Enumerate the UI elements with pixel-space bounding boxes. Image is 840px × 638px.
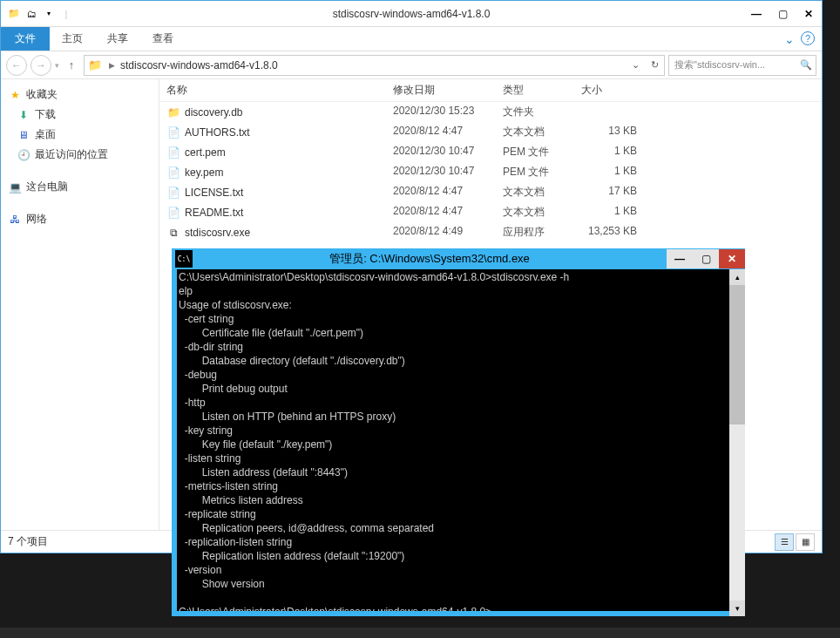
folder-icon: 📁 [6,6,22,22]
recent-icon: 🕘 [17,148,30,162]
cmd-window: C:\ 管理员: C:\Windows\System32\cmd.exe — ▢… [172,248,745,616]
search-icon[interactable]: 🔍 [796,59,816,71]
nav-favorites[interactable]: ★收藏夹 [1,85,159,105]
window-title: stdiscosrv-windows-amd64-v1.8.0 [79,8,743,20]
file-row[interactable]: 📄cert.pem2020/12/30 10:47PEM 文件1 KB [159,142,822,162]
nav-downloads[interactable]: ⬇下载 [1,105,159,125]
cmd-output[interactable]: C:\Users\Administrator\Desktop\stdiscosr… [177,269,740,611]
file-row[interactable]: ⧉stdiscosrv.exe2020/8/12 4:49应用程序13,253 … [159,222,822,242]
maximize-button[interactable]: ▢ [769,2,796,26]
col-type[interactable]: 类型 [496,79,574,101]
view-details-button[interactable]: ☰ [775,533,794,551]
file-date: 2020/12/30 15:23 [386,103,496,121]
file-date: 2020/8/12 4:47 [386,123,496,141]
file-date: 2020/8/12 4:49 [386,223,496,241]
computer-icon: 💻 [8,180,22,194]
scroll-thumb[interactable] [729,285,745,424]
file-type: 文件夹 [496,103,574,121]
search-input[interactable]: 搜索"stdiscosrv-win... 🔍 [668,55,816,76]
nav-label: 网络 [26,212,47,227]
file-size: 1 KB [574,163,644,181]
nav-pane: ★收藏夹 ⬇下载 🖥桌面 🕘最近访问的位置 💻这台电脑 🖧网络 [1,79,159,530]
breadcrumb[interactable]: stdiscosrv-windows-amd64-v1.8.0 [117,59,281,71]
explorer-titlebar[interactable]: 📁 🗂 ▾ | stdiscosrv-windows-amd64-v1.8.0 … [1,1,822,27]
search-placeholder: 搜索"stdiscosrv-win... [669,58,796,71]
cmd-titlebar[interactable]: C:\ 管理员: C:\Windows\System32\cmd.exe — ▢… [172,248,745,269]
file-row[interactable]: 📄LICENSE.txt2020/8/12 4:47文本文档17 KB [159,182,822,202]
folder-icon: 📁 [88,58,104,71]
taskbar[interactable] [0,628,840,638]
minimize-button[interactable]: — [743,2,769,26]
file-icon: 📄 [166,146,180,160]
file-date: 2020/12/30 10:47 [386,143,496,161]
file-type: 应用程序 [496,223,574,241]
help-icon[interactable]: ? [801,31,815,45]
ribbon: 文件 主页 共享 查看 ⌄ ? [1,27,822,51]
file-size [574,103,644,121]
col-date[interactable]: 修改日期 [386,79,496,101]
file-icon: 📄 [166,186,180,200]
file-icon: 📄 [166,126,180,139]
file-size: 13,253 KB [574,223,644,241]
chevron-right-icon[interactable]: ▶ [107,61,117,70]
file-row[interactable]: 📁discovery.db2020/12/30 15:23文件夹 [159,102,822,122]
divider: | [58,6,74,22]
close-button[interactable]: ✕ [796,2,822,26]
nav-network[interactable]: 🖧网络 [1,209,159,229]
star-icon: ★ [8,88,22,102]
new-folder-icon[interactable]: 🗂 [24,6,39,22]
file-row[interactable]: 📄key.pem2020/12/30 10:47PEM 文件1 KB [159,162,822,182]
file-name: cert.pem [185,146,226,159]
expand-ribbon-icon[interactable]: ⌄ [778,27,801,51]
scroll-down-icon[interactable]: ▾ [729,601,745,616]
file-name: README.txt [185,207,243,219]
back-button[interactable]: ← [6,55,27,76]
nav-desktop[interactable]: 🖥桌面 [1,125,159,145]
file-size: 1 KB [574,143,644,161]
nav-label: 这台电脑 [26,180,68,194]
forward-button[interactable]: → [30,55,51,76]
tab-view[interactable]: 查看 [140,27,186,51]
nav-label: 下载 [35,107,56,122]
file-name: key.pem [185,166,223,179]
cmd-minimize-button[interactable]: — [667,249,693,268]
dropdown-icon[interactable]: ⌄ [626,56,645,75]
status-text: 7 个项目 [8,534,48,549]
file-icon: 📄 [166,206,180,220]
nav-recent[interactable]: 🕘最近访问的位置 [1,145,159,165]
nav-label: 最近访问的位置 [35,147,108,162]
file-size: 13 KB [574,123,644,141]
file-icon: 📄 [166,166,180,180]
tab-share[interactable]: 共享 [95,27,140,51]
col-size[interactable]: 大小 [574,79,644,101]
up-button[interactable]: ↑ [63,57,80,74]
file-tab[interactable]: 文件 [1,27,50,51]
file-date: 2020/12/30 10:47 [386,163,496,181]
tab-home[interactable]: 主页 [50,27,95,51]
file-type: PEM 文件 [496,163,574,181]
file-row[interactable]: 📄AUTHORS.txt2020/8/12 4:47文本文档13 KB [159,122,822,142]
nav-label: 桌面 [35,127,56,142]
view-icons-button[interactable]: ▦ [796,533,815,551]
cmd-close-button[interactable]: ✕ [719,249,745,268]
cmd-scrollbar[interactable]: ▴ ▾ [729,269,745,616]
nav-computer[interactable]: 💻这台电脑 [1,177,159,197]
address-bar[interactable]: 📁 ▶ stdiscosrv-windows-amd64-v1.8.0 ⌄ ↻ [84,55,665,76]
file-icon: 📁 [166,105,180,119]
list-header[interactable]: 名称 修改日期 类型 大小 [159,79,822,102]
history-dropdown-icon[interactable]: ▾ [55,61,59,70]
file-type: PEM 文件 [496,143,574,161]
desktop-icon: 🖥 [17,128,30,142]
qat-dropdown-icon[interactable]: ▾ [41,6,57,22]
address-bar-row: ← → ▾ ↑ 📁 ▶ stdiscosrv-windows-amd64-v1.… [1,51,822,79]
cmd-maximize-button[interactable]: ▢ [693,249,719,268]
download-icon: ⬇ [17,108,30,122]
refresh-icon[interactable]: ↻ [645,56,664,75]
file-type: 文本文档 [496,183,574,201]
nav-label: 收藏夹 [26,87,58,102]
cmd-title: 管理员: C:\Windows\System32\cmd.exe [193,251,667,267]
col-name[interactable]: 名称 [159,79,386,101]
file-type: 文本文档 [496,123,574,141]
file-row[interactable]: 📄README.txt2020/8/12 4:47文本文档1 KB [159,202,822,222]
scroll-up-icon[interactable]: ▴ [729,269,745,285]
